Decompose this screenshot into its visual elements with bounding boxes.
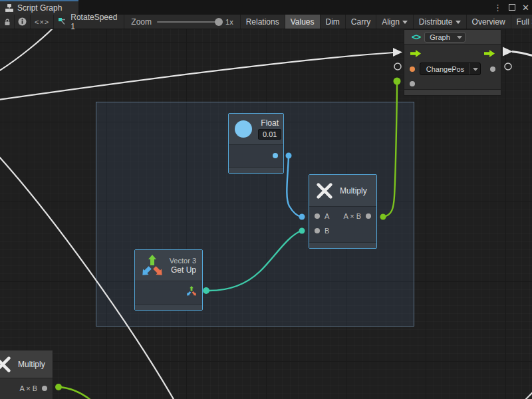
zoom-slider-handle[interactable] bbox=[215, 18, 223, 26]
zoom-value: 1x bbox=[225, 18, 233, 26]
node-footer bbox=[309, 242, 376, 248]
info-button[interactable] bbox=[15, 15, 31, 29]
graph-dropdown-value: Graph bbox=[430, 33, 450, 41]
code-view-icon: <×> bbox=[35, 18, 49, 26]
zoom-label: Zoom bbox=[131, 17, 152, 27]
node-title: Float bbox=[261, 118, 279, 128]
node-graph-group[interactable]: <> Graph ChangePos bbox=[404, 29, 501, 96]
node-footer bbox=[404, 89, 501, 95]
multiply-out-port[interactable] bbox=[366, 213, 371, 219]
multiply-a-port[interactable] bbox=[315, 213, 320, 219]
node-multiply-partial[interactable]: Multiply A A × B bbox=[0, 350, 53, 399]
vector3-output-port[interactable] bbox=[186, 285, 197, 297]
multiply-icon bbox=[315, 182, 334, 200]
graph-toolbar: <×> RotateSpeed 1 Zoom 1x Relations Valu… bbox=[0, 15, 532, 29]
graph-reference-icon bbox=[58, 17, 67, 26]
node-title: Multiply bbox=[18, 360, 45, 369]
align-button[interactable]: Align bbox=[376, 15, 414, 29]
maximize-icon[interactable] bbox=[509, 4, 515, 11]
lock-icon bbox=[3, 18, 11, 26]
exec-output-port[interactable] bbox=[483, 49, 495, 58]
relations-button[interactable]: Relations bbox=[241, 15, 285, 29]
vector3-icon bbox=[141, 253, 164, 277]
info-icon bbox=[18, 17, 27, 26]
values-button[interactable]: Values bbox=[285, 15, 321, 29]
code-view-button[interactable]: <×> bbox=[31, 15, 54, 29]
node-vector3-getup[interactable]: Vector 3 Get Up bbox=[134, 249, 203, 311]
float-value-field[interactable]: 0.01 bbox=[258, 129, 281, 140]
node-title: Multiply bbox=[340, 186, 367, 196]
graph-reference-button[interactable]: RotateSpeed 1 bbox=[54, 15, 124, 29]
tab-title: Script Graph bbox=[17, 3, 62, 13]
node-multiply[interactable]: Multiply A A × B B bbox=[309, 174, 377, 249]
fullscreen-button[interactable]: Full Screen bbox=[511, 15, 532, 29]
overview-button[interactable]: Overview bbox=[467, 15, 511, 29]
value-output-port[interactable] bbox=[490, 66, 495, 72]
port-label: B bbox=[325, 227, 329, 235]
script-graph-icon bbox=[5, 4, 13, 12]
value-input-port[interactable] bbox=[410, 81, 415, 86]
graph-reference-label: RotateSpeed 1 bbox=[70, 13, 117, 31]
port-label: A × B bbox=[19, 384, 37, 392]
dim-button[interactable]: Dim bbox=[321, 15, 346, 29]
graph-dropdown[interactable]: Graph bbox=[424, 32, 466, 43]
chevron-down-icon bbox=[473, 68, 478, 71]
changepos-dropdown[interactable]: ChangePos bbox=[420, 63, 481, 75]
close-icon[interactable]: ✕ bbox=[522, 3, 529, 13]
distribute-button[interactable]: Distribute bbox=[414, 15, 467, 29]
toolbar-buttons: Relations Values Dim Carry Align Distrib… bbox=[241, 15, 532, 29]
changepos-dropdown-value: ChangePos bbox=[425, 65, 466, 73]
graph-brackets-icon: <> bbox=[412, 32, 420, 42]
lock-button[interactable] bbox=[0, 15, 15, 29]
port-label: A bbox=[325, 212, 329, 220]
multiply-out-port[interactable] bbox=[42, 386, 47, 391]
multiply-icon bbox=[0, 355, 12, 374]
zoom-slider[interactable] bbox=[157, 21, 220, 23]
carry-button[interactable]: Carry bbox=[346, 15, 376, 29]
node-footer bbox=[229, 167, 283, 173]
multiply-b-port[interactable] bbox=[315, 228, 320, 233]
chevron-down-icon bbox=[402, 21, 408, 24]
node-float[interactable]: Float 0.01 bbox=[228, 113, 284, 174]
float-output-port[interactable] bbox=[273, 153, 278, 158]
node-title: Get Up bbox=[171, 265, 196, 275]
chevron-down-icon bbox=[457, 36, 462, 39]
chevron-down-icon bbox=[456, 21, 461, 24]
node-footer bbox=[135, 304, 202, 310]
window-menu-icon[interactable]: ⋮ bbox=[493, 3, 502, 13]
zoom-control: Zoom 1x bbox=[124, 15, 240, 29]
float-type-icon bbox=[235, 120, 252, 138]
node-type-label: Vector 3 bbox=[170, 257, 196, 265]
value-input-port[interactable] bbox=[410, 66, 415, 72]
tab-script-graph[interactable]: Script Graph bbox=[0, 0, 78, 15]
port-label: A × B bbox=[343, 212, 361, 220]
exec-input-port[interactable] bbox=[410, 49, 422, 58]
